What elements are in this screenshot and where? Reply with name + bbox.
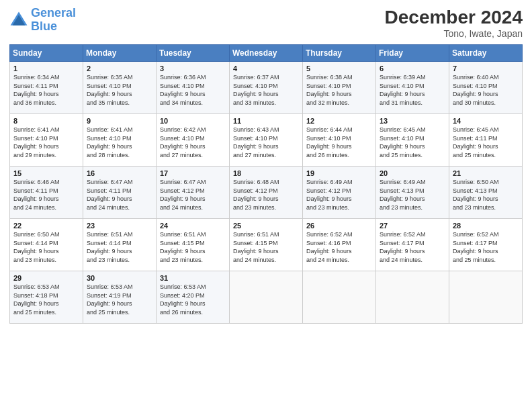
calendar-cell: 31Sunrise: 6:53 AMSunset: 4:20 PMDayligh…: [157, 271, 230, 324]
calendar-cell: 29Sunrise: 6:53 AMSunset: 4:18 PMDayligh…: [10, 271, 83, 324]
day-number: 26: [306, 222, 373, 230]
calendar-cell: 6Sunrise: 6:39 AMSunset: 4:10 PMDaylight…: [376, 62, 449, 114]
calendar-cell: [230, 271, 303, 324]
logo-text: General Blue: [31, 7, 76, 34]
calendar-cell: 5Sunrise: 6:38 AMSunset: 4:10 PMDaylight…: [303, 62, 376, 114]
logo: General Blue: [9, 7, 76, 34]
day-number: 15: [13, 169, 80, 177]
calendar-cell: [449, 271, 523, 324]
weekday-header: Thursday: [303, 45, 376, 62]
calendar-cell: 11Sunrise: 6:43 AMSunset: 4:10 PMDayligh…: [230, 114, 303, 167]
calendar-cell: 16Sunrise: 6:47 AMSunset: 4:11 PMDayligh…: [83, 167, 157, 219]
day-number: 4: [233, 64, 300, 73]
cell-details: Sunrise: 6:44 AMSunset: 4:10 PMDaylight:…: [306, 126, 373, 159]
calendar-cell: 25Sunrise: 6:51 AMSunset: 4:15 PMDayligh…: [230, 219, 303, 271]
cell-details: Sunrise: 6:48 AMSunset: 4:12 PMDaylight:…: [233, 178, 300, 212]
weekday-header: Sunday: [10, 45, 83, 62]
calendar-cell: 9Sunrise: 6:41 AMSunset: 4:10 PMDaylight…: [83, 114, 157, 167]
calendar-cell: 4Sunrise: 6:37 AMSunset: 4:10 PMDaylight…: [230, 62, 303, 114]
calendar-body: 1Sunrise: 6:34 AMSunset: 4:11 PMDaylight…: [10, 62, 523, 324]
calendar-cell: 7Sunrise: 6:40 AMSunset: 4:10 PMDaylight…: [449, 62, 523, 114]
calendar-table: SundayMondayTuesdayWednesdayThursdayFrid…: [9, 44, 523, 324]
day-number: 21: [453, 169, 519, 177]
cell-details: Sunrise: 6:52 AMSunset: 4:16 PMDaylight:…: [306, 230, 373, 264]
day-number: 5: [306, 64, 373, 73]
cell-details: Sunrise: 6:50 AMSunset: 4:13 PMDaylight:…: [453, 178, 519, 212]
calendar-cell: 8Sunrise: 6:41 AMSunset: 4:10 PMDaylight…: [10, 114, 83, 167]
cell-details: Sunrise: 6:52 AMSunset: 4:17 PMDaylight:…: [453, 230, 519, 264]
cell-details: Sunrise: 6:46 AMSunset: 4:11 PMDaylight:…: [13, 178, 80, 212]
cell-details: Sunrise: 6:43 AMSunset: 4:10 PMDaylight:…: [233, 126, 300, 159]
calendar-header-row: SundayMondayTuesdayWednesdayThursdayFrid…: [10, 45, 523, 62]
day-number: 3: [160, 64, 226, 73]
day-number: 31: [160, 274, 226, 282]
cell-details: Sunrise: 6:47 AMSunset: 4:12 PMDaylight:…: [160, 178, 226, 212]
day-number: 27: [380, 222, 446, 230]
weekday-header: Wednesday: [230, 45, 303, 62]
calendar-cell: 2Sunrise: 6:35 AMSunset: 4:10 PMDaylight…: [83, 62, 157, 114]
page-header: General Blue December 2024 Tono, Iwate, …: [9, 7, 523, 39]
calendar-cell: 21Sunrise: 6:50 AMSunset: 4:13 PMDayligh…: [449, 167, 523, 219]
calendar-cell: 15Sunrise: 6:46 AMSunset: 4:11 PMDayligh…: [10, 167, 83, 219]
day-number: 11: [233, 117, 300, 125]
weekday-header: Saturday: [449, 45, 523, 62]
calendar-week-row: 15Sunrise: 6:46 AMSunset: 4:11 PMDayligh…: [10, 167, 523, 219]
day-number: 17: [160, 169, 226, 177]
day-number: 20: [380, 169, 446, 177]
calendar-cell: 18Sunrise: 6:48 AMSunset: 4:12 PMDayligh…: [230, 167, 303, 219]
calendar-cell: 3Sunrise: 6:36 AMSunset: 4:10 PMDaylight…: [157, 62, 230, 114]
day-number: 22: [13, 222, 80, 230]
cell-details: Sunrise: 6:53 AMSunset: 4:19 PMDaylight:…: [87, 283, 153, 316]
cell-details: Sunrise: 6:37 AMSunset: 4:10 PMDaylight:…: [233, 73, 300, 107]
cell-details: Sunrise: 6:41 AMSunset: 4:10 PMDaylight:…: [87, 126, 153, 159]
cell-details: Sunrise: 6:36 AMSunset: 4:10 PMDaylight:…: [160, 73, 226, 107]
cell-details: Sunrise: 6:39 AMSunset: 4:10 PMDaylight:…: [380, 73, 446, 107]
cell-details: Sunrise: 6:45 AMSunset: 4:10 PMDaylight:…: [380, 126, 446, 159]
logo-icon: [9, 11, 28, 30]
calendar-cell: 1Sunrise: 6:34 AMSunset: 4:11 PMDaylight…: [10, 62, 83, 114]
weekday-header: Monday: [83, 45, 157, 62]
day-number: 14: [453, 117, 519, 125]
day-number: 7: [453, 64, 519, 73]
calendar-cell: [303, 271, 376, 324]
calendar-cell: 10Sunrise: 6:42 AMSunset: 4:10 PMDayligh…: [157, 114, 230, 167]
cell-details: Sunrise: 6:49 AMSunset: 4:12 PMDaylight:…: [306, 178, 373, 212]
day-number: 29: [13, 274, 80, 282]
calendar-cell: 26Sunrise: 6:52 AMSunset: 4:16 PMDayligh…: [303, 219, 376, 271]
cell-details: Sunrise: 6:53 AMSunset: 4:18 PMDaylight:…: [13, 283, 80, 316]
day-number: 13: [380, 117, 446, 125]
day-number: 6: [380, 64, 446, 73]
day-number: 19: [306, 169, 373, 177]
calendar-cell: 12Sunrise: 6:44 AMSunset: 4:10 PMDayligh…: [303, 114, 376, 167]
day-number: 9: [87, 117, 153, 125]
day-number: 28: [453, 222, 519, 230]
calendar-cell: 19Sunrise: 6:49 AMSunset: 4:12 PMDayligh…: [303, 167, 376, 219]
day-number: 16: [87, 169, 153, 177]
calendar-cell: 28Sunrise: 6:52 AMSunset: 4:17 PMDayligh…: [449, 219, 523, 271]
day-number: 23: [87, 222, 153, 230]
location: Tono, Iwate, Japan: [385, 28, 523, 39]
cell-details: Sunrise: 6:41 AMSunset: 4:10 PMDaylight:…: [13, 126, 80, 159]
day-number: 8: [13, 117, 80, 125]
day-number: 25: [233, 222, 300, 230]
calendar-cell: 13Sunrise: 6:45 AMSunset: 4:10 PMDayligh…: [376, 114, 449, 167]
day-number: 10: [160, 117, 226, 125]
cell-details: Sunrise: 6:47 AMSunset: 4:11 PMDaylight:…: [87, 178, 153, 212]
day-number: 24: [160, 222, 226, 230]
weekday-header: Friday: [376, 45, 449, 62]
cell-details: Sunrise: 6:42 AMSunset: 4:10 PMDaylight:…: [160, 126, 226, 159]
cell-details: Sunrise: 6:50 AMSunset: 4:14 PMDaylight:…: [13, 230, 80, 264]
cell-details: Sunrise: 6:53 AMSunset: 4:20 PMDaylight:…: [160, 283, 226, 316]
calendar-cell: 23Sunrise: 6:51 AMSunset: 4:14 PMDayligh…: [83, 219, 157, 271]
calendar-week-row: 22Sunrise: 6:50 AMSunset: 4:14 PMDayligh…: [10, 219, 523, 271]
calendar-week-row: 8Sunrise: 6:41 AMSunset: 4:10 PMDaylight…: [10, 114, 523, 167]
cell-details: Sunrise: 6:35 AMSunset: 4:10 PMDaylight:…: [87, 73, 153, 107]
cell-details: Sunrise: 6:49 AMSunset: 4:13 PMDaylight:…: [380, 178, 446, 212]
calendar-cell: 30Sunrise: 6:53 AMSunset: 4:19 PMDayligh…: [83, 271, 157, 324]
day-number: 30: [87, 274, 153, 282]
cell-details: Sunrise: 6:45 AMSunset: 4:11 PMDaylight:…: [453, 126, 519, 159]
calendar-cell: [376, 271, 449, 324]
cell-details: Sunrise: 6:51 AMSunset: 4:14 PMDaylight:…: [87, 230, 153, 264]
cell-details: Sunrise: 6:38 AMSunset: 4:10 PMDaylight:…: [306, 73, 373, 107]
calendar-week-row: 29Sunrise: 6:53 AMSunset: 4:18 PMDayligh…: [10, 271, 523, 324]
